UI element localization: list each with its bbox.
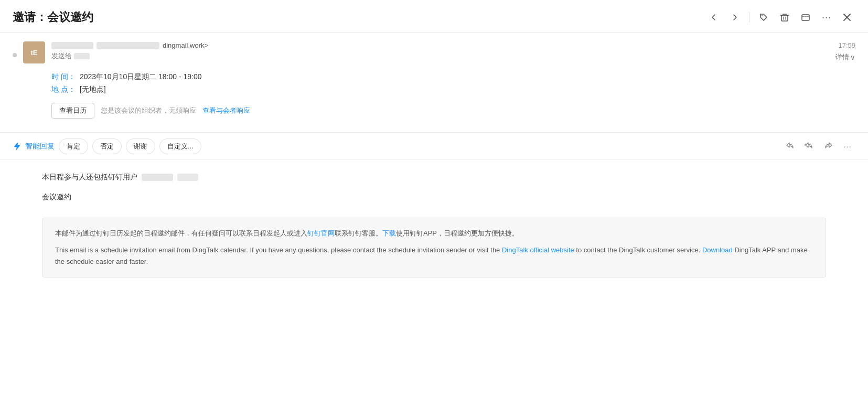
reply-all-icon [805,141,814,149]
recipient-row: 发送给 [51,51,829,61]
reply-custom-button[interactable]: 自定义... [159,138,201,154]
delete-icon [780,13,789,22]
reply-deny-button[interactable]: 否定 [92,138,122,154]
close-button[interactable] [839,10,855,25]
forward-email-icon [824,141,833,149]
header-actions: ··· [705,9,855,25]
smart-reply-right: ··· [782,138,855,154]
email-header: 邀请：会议邀约 [0,0,868,33]
calendar-actions: 查看日历 您是该会议的组织者，无须响应 查看与会者响应 [51,98,829,126]
sender-row: tE dingmail.work> 发送给 时 间： 2023年10月10日星期… [13,41,855,126]
delete-button[interactable] [776,9,794,25]
details-link[interactable]: 详情 ∨ [835,52,855,62]
tag-button[interactable] [755,9,773,25]
svg-point-0 [762,15,763,16]
forward-nav-icon [730,13,740,22]
page-title: 邀请：会议邀约 [13,9,93,25]
recipient-blurred [74,53,90,59]
location-label: 地 点： [51,85,76,94]
forward-button[interactable] [726,9,744,25]
info-en: This email is a schedule invitation emai… [55,244,813,268]
dingtalk-official-link-en[interactable]: DingTalk official website [502,246,574,254]
sender-name-blurred1 [51,42,93,49]
sender-email: dingmail.work> [163,41,208,49]
view-calendar-button[interactable]: 查看日历 [51,103,94,119]
lightning-icon [13,142,21,151]
info-cn: 本邮件为通过钉钉日历发起的日程邀约邮件，有任何疑问可以联系日程发起人或进入钉钉官… [55,228,813,239]
reply-all-button[interactable] [801,138,818,154]
view-responses-link[interactable]: 查看与会者响应 [202,106,250,115]
info-box: 本邮件为通过钉钉日历发起的日程邀约邮件，有任何疑问可以联系日程发起人或进入钉钉官… [42,218,826,277]
avatar: tE [23,41,45,63]
forward-email-button[interactable] [821,138,837,154]
sender-name-blurred2 [97,42,159,49]
back-button[interactable] [705,9,723,25]
reply-button[interactable] [782,138,798,154]
download-link-en[interactable]: Download [702,246,733,254]
email-window: 邀请：会议邀约 [0,0,868,406]
participant-blurred2 [177,174,198,181]
close-icon [843,13,851,22]
back-icon [709,13,719,22]
smart-reply-label: 智能回复 [25,142,55,151]
tag-icon [759,13,768,22]
meeting-invite-title: 会议邀约 [42,193,826,202]
email-timestamp: 17:59 [838,41,855,49]
download-link-cn[interactable]: 下载 [382,229,396,237]
more-actions-icon: ··· [843,142,852,151]
sender-area: tE dingmail.work> 发送给 时 间： 2023年10月10日星期… [0,33,868,133]
sender-info: dingmail.work> 发送给 时 间： 2023年10月10日星期二 1… [51,41,829,126]
reply-icon [786,141,794,149]
time-value: 2023年10月10日星期二 18:00 - 19:00 [80,72,202,82]
smart-reply-bar: 智能回复 肯定 否定 谢谢 自定义... [0,133,868,160]
participants-text: 本日程参与人还包括钉钉用户 [42,173,826,182]
reply-thanks-button[interactable]: 谢谢 [126,138,155,154]
meeting-info: 时 间： 2023年10月10日星期二 18:00 - 19:00 地 点： [… [51,66,829,126]
more-actions-button[interactable]: ··· [840,139,855,154]
location-value: [无地点] [80,85,106,94]
svg-rect-1 [781,15,788,21]
organizer-text: 您是该会议的组织者，无须响应 [101,106,196,115]
sender-meta: 17:59 详情 ∨ [835,41,855,62]
participant-blurred1 [142,174,173,181]
unread-dot [13,53,17,57]
more-icon: ··· [822,13,831,22]
smart-reply-left: 智能回复 肯定 否定 谢谢 自定义... [13,138,201,154]
meeting-location-row: 地 点： [无地点] [51,85,829,94]
divider1 [749,12,749,23]
smart-reply-icon [13,142,21,151]
email-body: 本日程参与人还包括钉钉用户 会议邀约 本邮件为通过钉钉日历发起的日程邀约邮件，有… [0,160,868,406]
svg-rect-4 [802,15,809,20]
recipient-label: 发送给 [51,51,72,61]
reply-affirm-button[interactable]: 肯定 [59,138,88,154]
sender-name-row: dingmail.work> [51,41,829,49]
time-label: 时 间： [51,72,76,82]
dingtalk-official-link-cn[interactable]: 钉钉官网 [307,229,335,237]
meeting-time-row: 时 间： 2023年10月10日星期二 18:00 - 19:00 [51,72,829,82]
window-icon [801,13,810,22]
window-button[interactable] [797,9,815,25]
more-button[interactable]: ··· [818,9,835,25]
